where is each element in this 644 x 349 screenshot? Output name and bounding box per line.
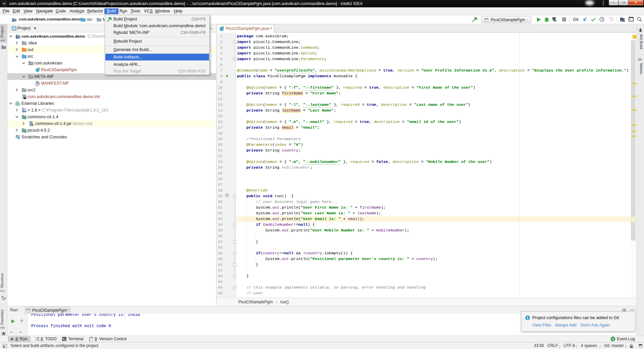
svg-text:2: 2	[612, 338, 614, 341]
svg-text:MF: MF	[36, 84, 39, 86]
